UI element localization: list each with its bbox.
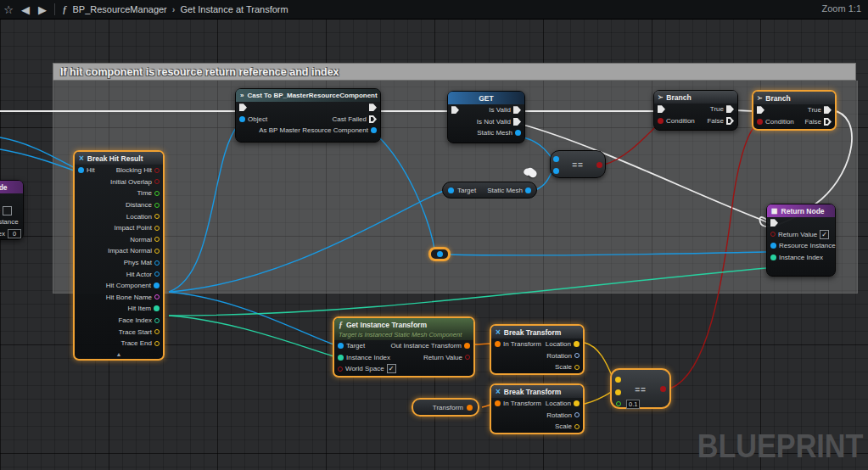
static-mesh-getter-node[interactable]: Target Static Mesh bbox=[442, 182, 537, 199]
equals-node-mesh[interactable]: == bbox=[550, 150, 606, 178]
transform-out-pin[interactable] bbox=[467, 405, 473, 411]
error-tolerance-pin[interactable] bbox=[616, 401, 621, 406]
node-title: Branch bbox=[666, 93, 691, 102]
exec-in-pin[interactable] bbox=[658, 105, 665, 113]
exec-in-pin[interactable] bbox=[451, 106, 459, 114]
face-index-pin[interactable] bbox=[154, 318, 160, 323]
trace-end-pin[interactable] bbox=[154, 341, 160, 346]
location-pin[interactable] bbox=[574, 341, 580, 347]
result-pin[interactable] bbox=[596, 162, 602, 168]
pin-label: Hit bbox=[87, 166, 95, 174]
return-value-checkbox[interactable] bbox=[820, 230, 829, 239]
return-value-checkbox[interactable] bbox=[3, 206, 12, 215]
scale-pin[interactable] bbox=[574, 365, 580, 370]
validated-get-node[interactable]: GET Is Valid Is Not Valid Static Mesh bbox=[447, 91, 525, 143]
instance-index-pin[interactable] bbox=[770, 255, 776, 260]
favorite-star-icon[interactable]: ☆ bbox=[0, 3, 17, 16]
cast-node[interactable]: » Cast To BP_MasterResourceComponent Obj… bbox=[235, 88, 381, 143]
true-pin[interactable] bbox=[726, 105, 734, 113]
cast-failed-pin[interactable] bbox=[369, 115, 377, 123]
impact-point-pin[interactable] bbox=[154, 226, 160, 231]
branch-node-2[interactable]: Y Branch True Condition False bbox=[752, 90, 837, 131]
input-b-pin[interactable] bbox=[615, 389, 621, 395]
exec-in-pin[interactable] bbox=[239, 104, 247, 111]
transform-getter-node[interactable]: Transform bbox=[412, 398, 479, 417]
result-pin[interactable] bbox=[660, 386, 666, 392]
exec-out-pin[interactable] bbox=[369, 104, 377, 111]
static-mesh-pin[interactable] bbox=[515, 130, 521, 136]
target-pin[interactable] bbox=[338, 343, 344, 349]
phys-mat-pin[interactable] bbox=[154, 260, 160, 266]
reroute-pin[interactable] bbox=[437, 251, 443, 257]
location-pin[interactable] bbox=[154, 214, 160, 219]
is-not-valid-pin[interactable] bbox=[513, 118, 521, 126]
location-pin[interactable] bbox=[574, 400, 580, 406]
time-pin[interactable] bbox=[154, 191, 160, 196]
equals-node-vector[interactable]: == 0.1 bbox=[610, 368, 671, 409]
branch-node-1[interactable]: Y Branch True Condition False bbox=[653, 90, 738, 131]
out-instance-transform-pin[interactable] bbox=[464, 343, 470, 349]
break-struct-icon: × bbox=[496, 389, 501, 395]
distance-pin[interactable] bbox=[154, 203, 160, 208]
hit-bone-name-pin[interactable] bbox=[154, 294, 160, 299]
resource-instance-pin[interactable] bbox=[770, 243, 776, 249]
node-subtitle: Target is Instanced Static Mesh Componen… bbox=[339, 331, 469, 339]
rotation-pin[interactable] bbox=[574, 353, 580, 358]
hit-pin[interactable] bbox=[78, 167, 84, 173]
return-node[interactable]: ▦ Return Node Return Value Resource Inst… bbox=[766, 204, 836, 277]
error-tolerance-value[interactable]: 0.1 bbox=[626, 400, 640, 409]
hit-item-pin[interactable] bbox=[154, 305, 160, 311]
breadcrumb-root[interactable]: BP_ResourceManager bbox=[73, 4, 167, 14]
hit-actor-pin[interactable] bbox=[154, 271, 160, 277]
impact-normal-pin[interactable] bbox=[154, 249, 160, 254]
input-b-pin[interactable] bbox=[553, 168, 559, 174]
hit-component-pin[interactable] bbox=[154, 283, 160, 288]
return-node-clipped[interactable]: ▦ Return Node Return Value Resource Inst… bbox=[0, 180, 24, 240]
initial-overlap-pin[interactable] bbox=[154, 179, 160, 184]
pin-label: In Transform bbox=[503, 400, 541, 407]
scale-pin[interactable] bbox=[574, 424, 580, 429]
break-transform-node-2[interactable]: × Break Transform In Transform Location … bbox=[490, 383, 585, 434]
break-transform-node-1[interactable]: × Break Transform In Transform Location … bbox=[490, 324, 585, 375]
condition-pin[interactable] bbox=[757, 119, 763, 125]
object-pin[interactable] bbox=[239, 116, 245, 122]
condition-pin[interactable] bbox=[658, 118, 664, 124]
target-pin[interactable] bbox=[448, 187, 454, 193]
forward-icon[interactable]: ▶ bbox=[34, 3, 51, 16]
reroute-node[interactable] bbox=[428, 247, 451, 261]
comment-header[interactable]: If hit component is resource return refe… bbox=[53, 63, 856, 81]
back-icon[interactable]: ◀ bbox=[17, 3, 34, 16]
rotation-pin[interactable] bbox=[574, 412, 580, 417]
input-a-pin[interactable] bbox=[553, 156, 559, 162]
false-pin[interactable] bbox=[726, 117, 734, 125]
breadcrumb-current[interactable]: Get Instance at Transform bbox=[180, 4, 288, 14]
pin-label: Target bbox=[457, 187, 476, 194]
collapse-arrow-icon[interactable]: ▲ bbox=[75, 350, 163, 359]
is-valid-pin[interactable] bbox=[513, 106, 521, 114]
world-space-pin[interactable] bbox=[338, 366, 343, 372]
true-pin[interactable] bbox=[824, 106, 832, 114]
world-space-checkbox[interactable] bbox=[387, 364, 396, 373]
exec-in-pin[interactable] bbox=[770, 219, 778, 227]
trace-start-pin[interactable] bbox=[154, 329, 160, 334]
as-component-pin[interactable] bbox=[371, 127, 377, 133]
instance-index-value[interactable]: 0 bbox=[8, 229, 21, 238]
function-icon: ƒ bbox=[339, 320, 343, 329]
in-transform-pin[interactable] bbox=[495, 400, 501, 406]
get-instance-transform-node[interactable]: ƒ Get Instance Transform Target is Insta… bbox=[333, 316, 475, 378]
static-mesh-out-pin[interactable] bbox=[525, 187, 531, 193]
blocking-hit-pin[interactable] bbox=[154, 168, 160, 173]
break-hit-result-node[interactable]: × Break Hit Result Hit Blocking Hit Init… bbox=[73, 150, 165, 361]
pin-label: Return Value bbox=[778, 231, 817, 238]
input-a-pin[interactable] bbox=[615, 377, 621, 383]
return-value-pin[interactable] bbox=[465, 355, 470, 360]
comment-title: If hit component is resource return refe… bbox=[60, 66, 339, 78]
toolbar-divider bbox=[54, 3, 55, 15]
instance-index-pin[interactable] bbox=[338, 355, 344, 361]
false-pin[interactable] bbox=[824, 118, 832, 126]
in-transform-pin[interactable] bbox=[495, 341, 501, 347]
exec-in-pin[interactable] bbox=[757, 106, 764, 114]
pin-label: Impact Point bbox=[115, 224, 152, 232]
return-value-pin[interactable] bbox=[770, 232, 776, 237]
normal-pin[interactable] bbox=[154, 237, 160, 242]
